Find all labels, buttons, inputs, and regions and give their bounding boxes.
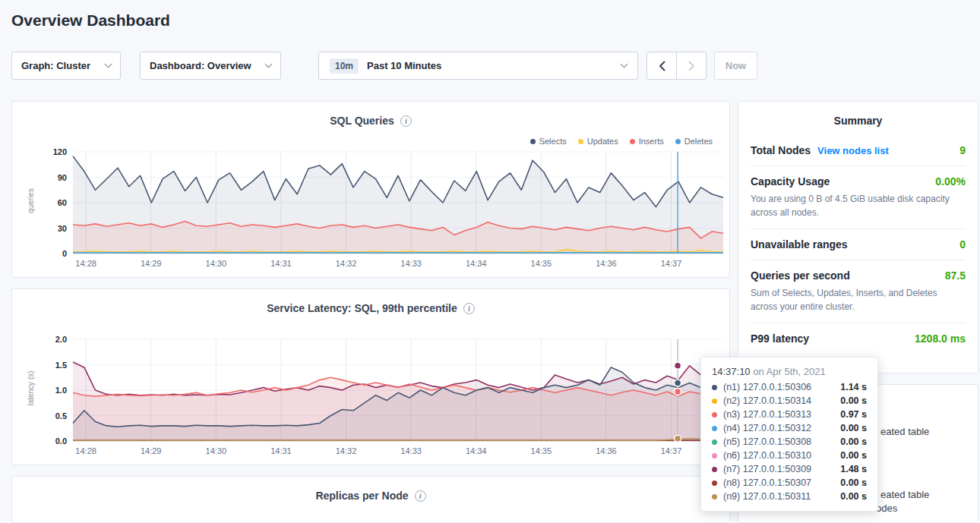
summary-label: Queries per second [751,269,850,282]
tooltip-node-label: (n6) 127.0.0.1:50310 [723,450,811,461]
svg-text:14:36: 14:36 [596,446,617,455]
svg-text:14:33: 14:33 [400,446,422,455]
summary-value: 0.00% [935,175,966,187]
tooltip-row: (n4) 127.0.0.1:503120.00 s [712,423,867,433]
time-range-label: Past 10 Minutes [367,60,441,71]
svg-text:14:35: 14:35 [531,259,552,268]
chevron-down-icon [621,61,628,68]
tooltip-node-value: 0.00 s [840,491,867,502]
series-dot-icon [712,440,717,445]
tooltip-time: 14:37:10 [712,366,751,377]
svg-text:90: 90 [58,173,67,182]
tooltip-row: (n2) 127.0.0.1:503140.00 s [712,395,867,406]
svg-text:30: 30 [58,224,67,233]
series-dot-icon [712,426,717,431]
service-latency-chart-card: Service Latency: SQL, 99th percentile i … [11,288,730,465]
chart-title: Service Latency: SQL, 99th percentile [267,302,457,314]
sql-queries-chart-card: SQL Queries i SelectsUpdatesInsertsDelet… [11,101,730,278]
tooltip-row: (n9) 127.0.0.1:503110.00 s [712,491,867,502]
summary-row-p99-latency: P99 latency 1208.0 ms [751,323,966,354]
tooltip-row: (n6) 127.0.0.1:503100.00 s [712,450,867,461]
svg-text:0.5: 0.5 [55,411,67,421]
svg-text:60: 60 [58,198,67,207]
time-prev-button[interactable] [646,52,677,80]
chevron-down-icon [105,61,112,68]
service-latency-chart[interactable]: 14:2814:2914:3014:3114:3214:3314:3414:35… [12,332,731,465]
svg-text:14:32: 14:32 [336,446,357,455]
svg-text:1.0: 1.0 [55,386,67,395]
tooltip-row: (n5) 127.0.0.1:503080.00 s [712,436,867,447]
tooltip-node-value: 0.00 s [840,423,867,433]
summary-label: Total Nodes [751,144,811,156]
time-next-button[interactable] [676,52,707,80]
summary-row-unavailable-ranges: Unavailable ranges 0 [751,229,966,260]
svg-text:14:29: 14:29 [141,259,162,268]
svg-text:14:31: 14:31 [270,259,292,268]
chevron-down-icon [265,61,273,68]
chevron-left-icon [659,61,665,71]
chart-title: Replicas per Node [315,490,408,502]
svg-text:2.0: 2.0 [55,335,67,344]
tooltip-row: (n8) 127.0.0.1:503070.00 s [712,477,867,488]
dashboard-dropdown[interactable]: Dashboard: Overview [140,52,281,80]
now-button[interactable]: Now [714,52,757,80]
tooltip-node-label: (n1) 127.0.0.1:50306 [723,382,811,392]
tooltip-node-value: 1.14 s [840,382,867,392]
tooltip-node-value: 0.00 s [840,477,867,488]
info-icon[interactable]: i [463,303,475,314]
series-dot-icon [712,385,717,390]
tooltip-node-label: (n2) 127.0.0.1:50314 [723,395,811,406]
info-icon[interactable]: i [415,490,426,502]
event-text-fragment: odes [876,503,897,514]
chart-title: SQL Queries [330,115,394,127]
series-dot-icon [712,399,717,404]
svg-text:14:33: 14:33 [400,259,422,268]
tooltip-node-label: (n9) 127.0.0.1:50311 [723,491,811,502]
summary-row-queries-per-second: Queries per second 87.5 Sum of Selects, … [751,260,966,323]
summary-value: 0 [959,238,966,250]
svg-text:0.0: 0.0 [55,436,67,446]
tooltip-node-value: 0.97 s [840,409,867,420]
series-dot-icon [712,412,717,417]
tooltip-date: on Apr 5th, 2021 [751,366,826,377]
summary-value: 87.5 [945,269,966,282]
svg-text:0: 0 [62,249,67,258]
now-button-label: Now [726,60,746,71]
dashboard-dropdown-label: Dashboard: Overview [150,60,251,71]
summary-label: Unavailable ranges [751,238,848,250]
tooltip-node-value: 0.00 s [840,395,867,406]
summary-label: Capacity Usage [751,175,830,187]
sql-queries-chart[interactable]: 14:2814:2914:3014:3114:3214:3314:3414:35… [12,144,731,278]
legend-dot-icon [630,139,635,144]
tooltip-node-label: (n4) 127.0.0.1:50312 [723,423,811,433]
tooltip-row: (n3) 127.0.0.1:503130.97 s [712,409,867,420]
time-range-selector[interactable]: 10m Past 10 Minutes [318,52,638,80]
legend-dot-icon [530,139,536,144]
time-range-badge: 10m [330,58,359,74]
tooltip-row: (n7) 127.0.0.1:503091.48 s [712,464,867,474]
summary-panel: Summary Total Nodes View nodes list 9 Ca… [738,101,978,373]
page-title: Overview Dashboard [11,11,170,30]
summary-row-capacity-usage: Capacity Usage 0.00% You are using 0 B o… [751,166,966,229]
chart-hover-tooltip: 14:37:10 on Apr 5th, 2021 (n1) 127.0.0.1… [700,357,878,512]
svg-text:14:34: 14:34 [466,259,487,268]
series-dot-icon [712,453,717,458]
series-dot-icon [712,494,717,499]
view-nodes-list-link[interactable]: View nodes list [817,145,889,156]
svg-text:14:37: 14:37 [661,446,682,455]
event-text-fragment: eated table [880,489,929,500]
svg-text:14:30: 14:30 [206,259,227,268]
summary-row-total-nodes: Total Nodes View nodes list 9 [751,135,966,166]
svg-text:14:31: 14:31 [270,446,292,455]
graph-dropdown-label: Graph: Cluster [21,60,90,71]
graph-dropdown[interactable]: Graph: Cluster [11,52,121,80]
svg-text:14:28: 14:28 [75,446,96,455]
summary-subtext: Sum of Selects, Updates, Inserts, and De… [751,286,966,313]
series-dot-icon [712,480,717,486]
tooltip-node-label: (n5) 127.0.0.1:50308 [723,436,811,447]
info-icon[interactable]: i [400,115,412,127]
tooltip-node-value: 1.48 s [840,464,867,474]
summary-label: P99 latency [751,332,809,345]
svg-text:14:29: 14:29 [141,446,162,455]
svg-text:14:36: 14:36 [596,259,617,268]
